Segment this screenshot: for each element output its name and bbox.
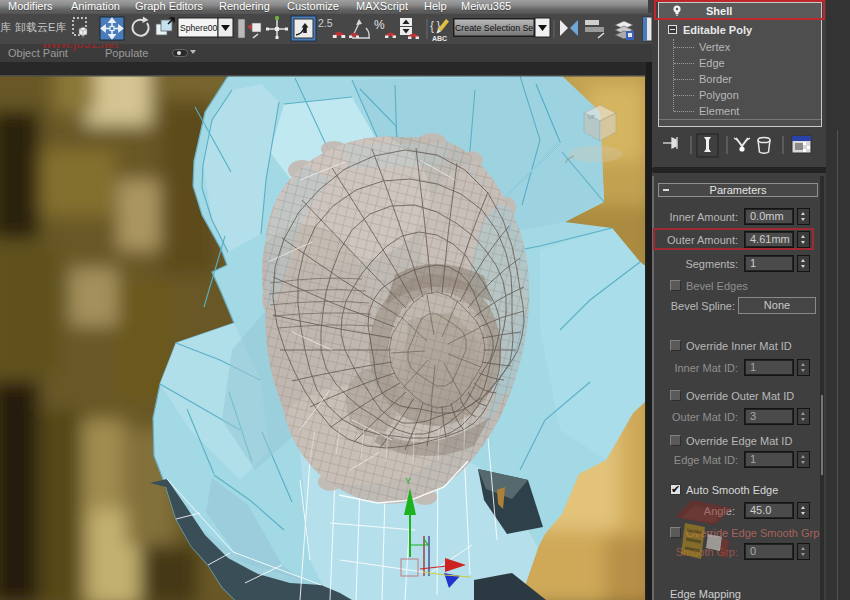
svg-text:%: % (374, 18, 385, 32)
svg-text:卸载云E库: 卸载云E库 (15, 21, 66, 33)
svg-text:ABC: ABC (432, 35, 447, 42)
svg-text:Y: Y (405, 476, 411, 486)
svg-text:库: 库 (0, 21, 11, 33)
svg-text:Create Selection Se: Create Selection Se (455, 23, 533, 33)
svg-text:Sphere00: Sphere00 (180, 23, 217, 33)
svg-text:2.5: 2.5 (318, 17, 333, 29)
svg-text:UP: UP (588, 114, 596, 120)
